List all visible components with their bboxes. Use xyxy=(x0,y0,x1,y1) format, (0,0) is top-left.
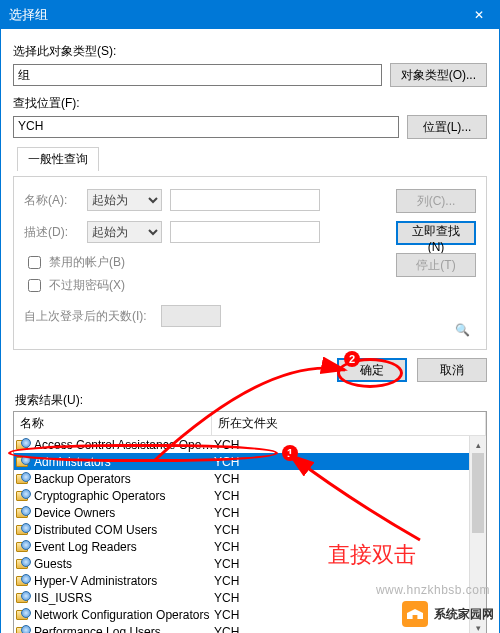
group-icon xyxy=(16,489,32,503)
cell-name: Distributed COM Users xyxy=(34,523,214,537)
scroll-thumb[interactable] xyxy=(472,453,484,533)
object-type-label: 选择此对象类型(S): xyxy=(13,43,487,60)
dialog-title: 选择组 xyxy=(9,6,48,24)
scroll-up-button[interactable]: ▴ xyxy=(470,436,486,453)
cell-name: Cryptographic Operators xyxy=(34,489,214,503)
desc-input[interactable] xyxy=(170,221,320,243)
group-icon xyxy=(16,625,32,634)
locations-button[interactable]: 位置(L)... xyxy=(407,115,487,139)
watermark-logo-icon xyxy=(402,601,428,627)
cell-name: Event Log Readers xyxy=(34,540,214,554)
nonexpiring-pw-box[interactable] xyxy=(28,279,41,292)
watermark: 系统家园网 xyxy=(402,601,494,627)
location-label: 查找位置(F): xyxy=(13,95,487,112)
group-icon xyxy=(16,523,32,537)
cell-name: Guests xyxy=(34,557,214,571)
cell-name: Device Owners xyxy=(34,506,214,520)
cell-name: Hyper-V Administrators xyxy=(34,574,214,588)
watermark-text: 系统家园网 xyxy=(434,606,494,623)
group-icon xyxy=(16,438,32,452)
group-icon xyxy=(16,574,32,588)
common-queries-panel: 名称(A): 起始为 描述(D): 起始为 禁用的帐户(B) xyxy=(13,176,487,350)
group-icon xyxy=(16,608,32,622)
close-button[interactable]: ✕ xyxy=(459,1,499,29)
stop-button[interactable]: 停止(T) xyxy=(396,253,476,277)
days-since-label: 自上次登录后的天数(I): xyxy=(24,308,147,325)
location-field[interactable]: YCH xyxy=(13,116,399,138)
desc-field-label: 描述(D): xyxy=(24,224,79,241)
group-icon xyxy=(16,540,32,554)
group-icon xyxy=(16,557,32,571)
find-now-button[interactable]: 立即查找(N) xyxy=(396,221,476,245)
object-type-field[interactable]: 组 xyxy=(13,64,382,86)
search-icon: 🔍 xyxy=(396,323,476,337)
tab-header: 一般性查询 xyxy=(13,146,487,170)
group-icon xyxy=(16,506,32,520)
annotation-text: 直接双击 xyxy=(328,540,416,570)
watermark-url: www.hnzkhbsb.com xyxy=(376,583,490,597)
disabled-accounts-label: 禁用的帐户(B) xyxy=(49,254,125,271)
days-since-input[interactable] xyxy=(161,305,221,327)
group-icon xyxy=(16,455,32,469)
columns-button[interactable]: 列(C)... xyxy=(396,189,476,213)
disabled-accounts-checkbox[interactable]: 禁用的帐户(B) xyxy=(24,253,386,272)
object-types-button[interactable]: 对象类型(O)... xyxy=(390,63,487,87)
cell-name: IIS_IUSRS xyxy=(34,591,214,605)
name-field-label: 名称(A): xyxy=(24,192,79,209)
name-match-select[interactable]: 起始为 xyxy=(87,189,162,211)
cancel-button[interactable]: 取消 xyxy=(417,358,487,382)
group-icon xyxy=(16,591,32,605)
cell-name: Network Configuration Operators xyxy=(34,608,214,622)
disabled-accounts-box[interactable] xyxy=(28,256,41,269)
group-icon xyxy=(16,472,32,486)
nonexpiring-pw-label: 不过期密码(X) xyxy=(49,277,125,294)
cell-name: Performance Log Users xyxy=(34,625,214,634)
tab-common-queries[interactable]: 一般性查询 xyxy=(17,147,99,171)
titlebar: 选择组 ✕ xyxy=(1,1,499,29)
desc-match-select[interactable]: 起始为 xyxy=(87,221,162,243)
nonexpiring-pw-checkbox[interactable]: 不过期密码(X) xyxy=(24,276,386,295)
cell-name: Backup Operators xyxy=(34,472,214,486)
name-input[interactable] xyxy=(170,189,320,211)
close-icon: ✕ xyxy=(474,8,484,22)
